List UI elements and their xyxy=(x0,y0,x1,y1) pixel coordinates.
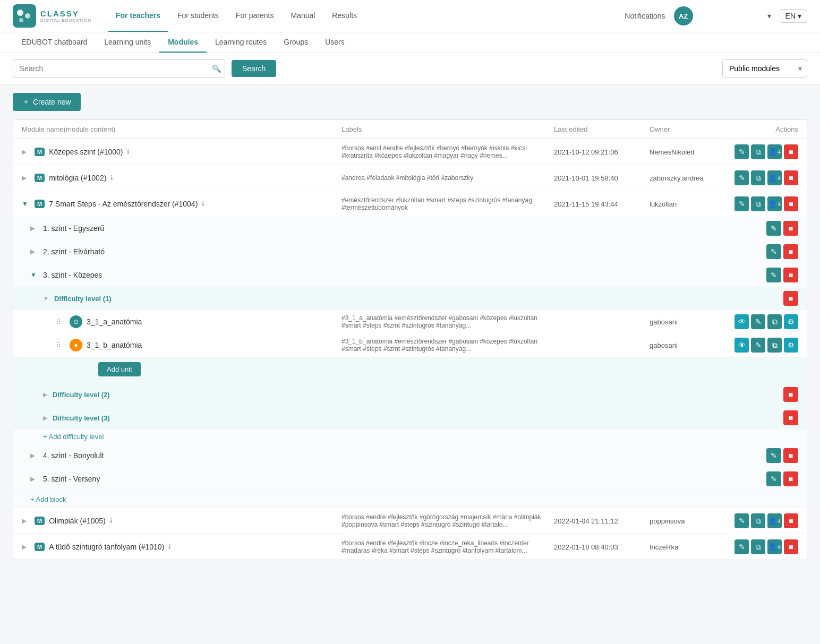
nav-manual[interactable]: Manual xyxy=(283,0,322,32)
expand-icon[interactable]: ▶ xyxy=(22,517,30,525)
edit-button[interactable]: ✎ xyxy=(734,513,749,528)
edit-button[interactable]: ✎ xyxy=(766,268,781,282)
copy-button[interactable]: ⧉ xyxy=(751,513,765,528)
edit-button[interactable]: ✎ xyxy=(766,448,781,463)
search-button[interactable]: Search xyxy=(232,60,276,77)
modules-table: Module name(module content) Labels Last … xyxy=(13,119,807,560)
edit-button[interactable]: ✎ xyxy=(734,170,749,185)
nav-for-parents[interactable]: For parents xyxy=(228,0,281,32)
edit-button[interactable]: ✎ xyxy=(751,314,765,329)
info-icon[interactable]: ℹ xyxy=(168,543,171,551)
subnav-learning-units[interactable]: Learning units xyxy=(96,32,159,53)
expand-icon[interactable]: ▶ xyxy=(22,543,30,551)
search-icon[interactable]: 🔍 xyxy=(212,64,221,73)
share-button[interactable]: 👤+ xyxy=(767,539,782,554)
nav-for-students[interactable]: For students xyxy=(170,0,226,32)
subnav-learning-routes[interactable]: Learning routes xyxy=(207,32,275,53)
module-name: Közepes szint (#1000) xyxy=(49,148,123,156)
difficulty-collapse-icon[interactable]: ▼ xyxy=(43,295,49,302)
nav-for-teachers[interactable]: For teachers xyxy=(108,0,168,32)
edit-button[interactable]: ✎ xyxy=(734,196,749,211)
info-icon[interactable]: ℹ xyxy=(127,148,130,156)
drag-handle-icon[interactable]: ⠿ xyxy=(56,317,61,326)
share-button[interactable]: 👤+ xyxy=(767,513,782,528)
expand-icon[interactable]: ▼ xyxy=(22,200,30,208)
avatar[interactable]: AZ xyxy=(674,6,693,25)
lang-label: EN xyxy=(785,12,796,20)
row-name: ▶ 5. szint - Verseny xyxy=(30,475,341,483)
create-new-button[interactable]: ＋ Create new xyxy=(13,93,81,111)
delete-button[interactable]: ■ xyxy=(784,539,798,554)
delete-button[interactable]: ■ xyxy=(784,196,798,211)
copy-button[interactable]: ⧉ xyxy=(767,338,782,353)
copy-button[interactable]: ⧉ xyxy=(751,539,765,554)
share-button[interactable]: 👤+ xyxy=(767,170,782,185)
edit-button[interactable]: ✎ xyxy=(766,244,781,259)
info-icon[interactable]: ℹ xyxy=(110,517,113,525)
delete-button[interactable]: ■ xyxy=(783,448,798,463)
edit-button[interactable]: ✎ xyxy=(751,338,765,353)
delete-button[interactable]: ■ xyxy=(783,221,798,236)
subnav-modules[interactable]: Modules xyxy=(159,32,207,53)
delete-button[interactable]: ■ xyxy=(784,513,798,528)
lang-selector[interactable]: EN ▾ xyxy=(780,9,807,23)
expand-icon[interactable]: ▼ xyxy=(30,271,39,279)
delete-difficulty-button[interactable]: ■ xyxy=(783,291,798,306)
drag-handle-icon[interactable]: ⠿ xyxy=(56,341,61,349)
expand-icon[interactable]: ▶ xyxy=(22,148,30,156)
level-name: 4. szint - Bonyolult xyxy=(43,451,104,460)
share-button[interactable]: 👤+ xyxy=(767,196,782,211)
delete-button[interactable]: ■ xyxy=(784,144,798,159)
row-owner: lukzoltan xyxy=(650,200,734,208)
expand-icon[interactable]: ▶ xyxy=(30,452,39,459)
delete-button[interactable]: ■ xyxy=(783,244,798,259)
search-input[interactable] xyxy=(13,59,225,78)
username-dropdown[interactable]: ▾ xyxy=(702,12,771,20)
copy-button[interactable]: ⧉ xyxy=(751,170,765,185)
add-unit-button[interactable]: Add unit xyxy=(98,362,141,376)
row-date: 2021-10-01 19:58:40 xyxy=(554,174,650,182)
delete-button[interactable]: ■ xyxy=(783,268,798,282)
difficulty-level-row: ▼ Difficulty level (1) ■ ⠿ ⊙ 3_1_a_anató… xyxy=(13,287,807,383)
delete-difficulty-button[interactable]: ■ xyxy=(783,410,798,425)
difficulty-header: ▼ Difficulty level (1) ■ xyxy=(13,287,807,310)
settings-button[interactable]: ⚙ xyxy=(784,314,798,329)
logo[interactable]: CLASSY DIGITAL EDUCATION xyxy=(13,4,91,28)
expand-icon[interactable]: ▶ xyxy=(30,225,39,232)
delete-button[interactable]: ■ xyxy=(783,471,798,486)
expand-icon[interactable]: ▶ xyxy=(30,475,39,483)
delete-difficulty-button[interactable]: ■ xyxy=(783,387,798,402)
view-button[interactable]: 👁 xyxy=(734,338,749,353)
expand-icon[interactable]: ▶ xyxy=(30,248,39,255)
delete-button[interactable]: ■ xyxy=(784,170,798,185)
table-row: ▶ M mitológia (#1002) ℹ #andrea #feladao… xyxy=(13,165,807,191)
unit-row: ⠿ ⊙ 3_1_a_anatómia #3_1_a_anatómia #emés… xyxy=(13,310,807,333)
copy-button[interactable]: ⧉ xyxy=(767,314,782,329)
difficulty-collapse-icon[interactable]: ▶ xyxy=(43,391,47,398)
difficulty-label[interactable]: Difficulty level (2) xyxy=(53,391,110,399)
nav-results[interactable]: Results xyxy=(324,0,364,32)
edit-button[interactable]: ✎ xyxy=(766,471,781,486)
edit-button[interactable]: ✎ xyxy=(766,221,781,236)
notifications-button[interactable]: Notifications xyxy=(625,12,665,20)
difficulty-collapse-icon[interactable]: ▶ xyxy=(43,415,47,422)
view-button[interactable]: 👁 xyxy=(734,314,749,329)
add-block-link[interactable]: + Add block xyxy=(30,495,798,503)
copy-button[interactable]: ⧉ xyxy=(751,196,765,211)
difficulty-label[interactable]: Difficulty level (1) xyxy=(54,295,112,303)
username-input[interactable] xyxy=(702,12,765,20)
info-icon[interactable]: ℹ xyxy=(110,174,113,182)
edit-button[interactable]: ✎ xyxy=(734,144,749,159)
add-difficulty-link[interactable]: + Add difficulty level xyxy=(13,430,807,444)
copy-button[interactable]: ⧉ xyxy=(751,144,765,159)
public-modules-select[interactable]: Public modules Private modules xyxy=(722,59,807,78)
settings-button[interactable]: ⚙ xyxy=(784,338,798,353)
subnav-groups[interactable]: Groups xyxy=(275,32,317,53)
subnav-edubot[interactable]: EDUBOT chatboard xyxy=(13,32,96,53)
difficulty-label[interactable]: Difficulty level (3) xyxy=(53,414,110,422)
info-icon[interactable]: ℹ xyxy=(202,200,204,208)
share-button[interactable]: 👤+ xyxy=(767,144,782,159)
edit-button[interactable]: ✎ xyxy=(734,539,749,554)
subnav-users[interactable]: Users xyxy=(317,32,353,53)
expand-icon[interactable]: ▶ xyxy=(22,174,30,182)
